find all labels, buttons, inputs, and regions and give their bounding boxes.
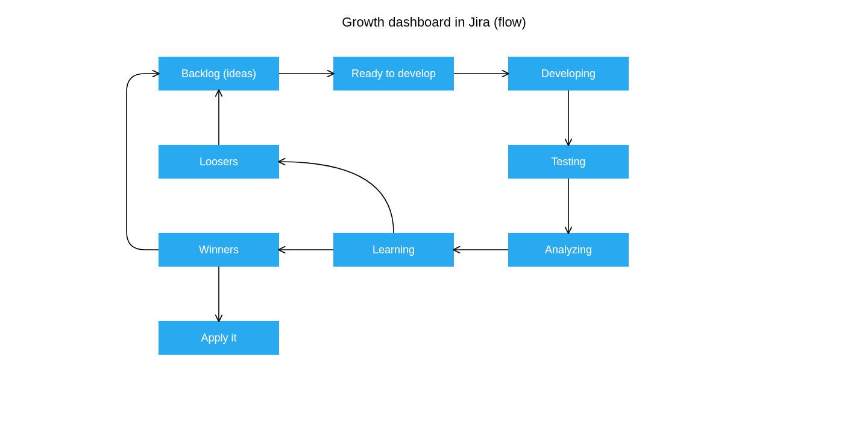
node-analyzing: Analyzing [508,233,629,267]
diagram-title: Growth dashboard in Jira (flow) [0,14,868,30]
node-applyit: Apply it [159,321,279,355]
node-backlog: Backlog (ideas) [159,57,279,90]
node-learning: Learning [333,233,454,267]
edge-learning-to-loosers [279,162,394,233]
node-testing: Testing [508,145,629,179]
node-ready: Ready to develop [333,57,454,90]
diagram-canvas: Growth dashboard in Jira (flow) Backlog … [0,0,868,444]
node-loosers: Loosers [159,145,279,179]
node-winners: Winners [159,233,279,267]
node-developing: Developing [508,57,629,90]
edge-winners-to-backlog [127,74,159,250]
